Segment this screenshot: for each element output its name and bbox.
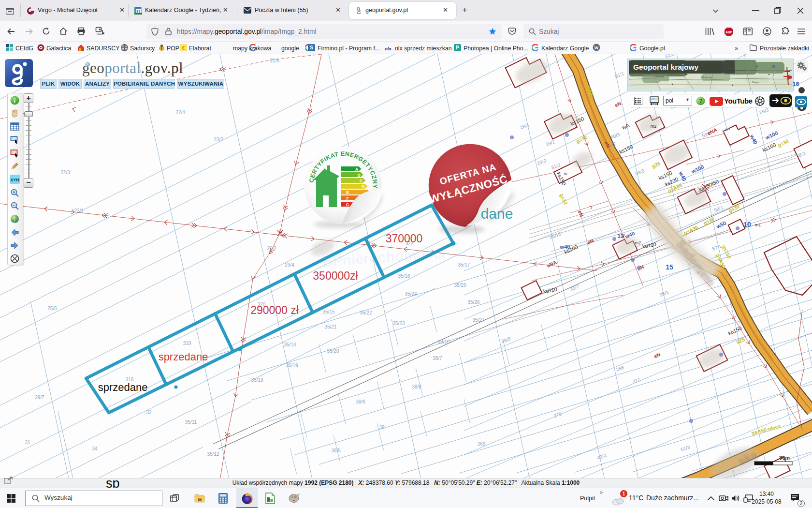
svg-text:38/10: 38/10 (437, 339, 450, 344)
svg-text:WMS: WMS (652, 103, 657, 105)
svg-text:34: 34 (92, 446, 98, 451)
svg-text:32: 32 (146, 410, 152, 415)
svg-text:31: 31 (136, 9, 141, 14)
svg-text:319: 319 (183, 341, 191, 346)
svg-text:35/11: 35/11 (185, 419, 197, 425)
svg-text:dane: dane (481, 206, 513, 222)
svg-text:m1: m1 (755, 223, 761, 227)
svg-text:W: W (772, 65, 775, 68)
svg-text:25/5: 25/5 (47, 306, 57, 311)
svg-text:35/13: 35/13 (251, 377, 263, 383)
svg-text:38/5: 38/5 (331, 448, 341, 453)
svg-text:29/7: 29/7 (35, 395, 44, 400)
svg-text:m: m (564, 171, 567, 176)
svg-text:15: 15 (666, 263, 673, 271)
svg-text:35/20: 35/20 (327, 348, 339, 354)
svg-text:350000zł: 350000zł (313, 269, 358, 282)
svg-text:35/21: 35/21 (324, 324, 336, 329)
svg-text:35/17: 35/17 (458, 262, 470, 268)
svg-text:35/26: 35/26 (467, 299, 479, 305)
svg-text:C: C (360, 179, 362, 183)
svg-text:10: 10 (743, 221, 751, 228)
svg-text:m2: m2 (651, 124, 657, 129)
svg-text:39: 39 (379, 425, 385, 430)
svg-text:m2: m2 (635, 240, 641, 245)
svg-text:E: E (346, 190, 349, 195)
svg-text:13: 13 (617, 233, 624, 239)
svg-text:269: 269 (478, 441, 486, 447)
svg-text:31: 31 (25, 440, 30, 445)
svg-text:G: G (346, 202, 349, 207)
svg-text:ABP: ABP (725, 30, 732, 34)
svg-text:38/7: 38/7 (433, 356, 442, 361)
svg-text:26/2: 26/2 (267, 246, 276, 251)
svg-text:Niepo.: Niepo. (752, 81, 760, 84)
svg-text:35/24: 35/24 (405, 291, 417, 297)
svg-text:22/4: 22/4 (175, 110, 185, 115)
svg-text:35/15: 35/15 (322, 309, 334, 314)
svg-text:35/23: 35/23 (392, 321, 405, 326)
svg-text:?: ? (699, 98, 702, 105)
svg-text:29/4: 29/4 (285, 262, 294, 268)
svg-text:35/14: 35/14 (284, 342, 296, 347)
svg-text:35/22: 35/22 (360, 310, 372, 315)
svg-text:sprzedane: sprzedane (98, 381, 148, 393)
svg-text:35/12: 35/12 (207, 451, 219, 457)
svg-text:Kalwaria: Kalwaria (654, 75, 665, 78)
svg-text:23/2: 23/2 (214, 137, 223, 142)
svg-text:A: A (355, 167, 358, 172)
svg-text:38/6: 38/6 (356, 399, 365, 404)
svg-text:35/27: 35/27 (472, 317, 484, 323)
svg-text:W: W (594, 45, 599, 50)
svg-text:35/25: 35/25 (454, 283, 466, 288)
svg-text:Wieliczka: Wieliczka (701, 76, 713, 79)
svg-text:B: B (357, 173, 360, 178)
svg-text:30m: 30m (779, 455, 790, 461)
svg-text:35/16: 35/16 (398, 273, 410, 279)
svg-text:S: S (310, 45, 313, 50)
svg-text:XYH: XYH (10, 178, 19, 182)
svg-text:370000: 370000 (386, 232, 423, 245)
svg-text:w40: w40 (560, 244, 570, 250)
svg-text:sprzedane: sprzedane (159, 351, 208, 363)
svg-text:€: € (182, 45, 185, 51)
svg-text:290000 zł: 290000 zł (250, 304, 299, 316)
svg-text:P: P (456, 45, 459, 50)
svg-text:D: D (362, 184, 364, 189)
svg-text:23/1: 23/1 (74, 208, 84, 213)
svg-text:F: F (346, 196, 348, 201)
svg-text:22/5: 22/5 (270, 58, 279, 63)
svg-text:22/3: 22/3 (60, 170, 70, 175)
svg-text:38/8: 38/8 (412, 384, 421, 389)
svg-text:35/19: 35/19 (286, 363, 298, 368)
